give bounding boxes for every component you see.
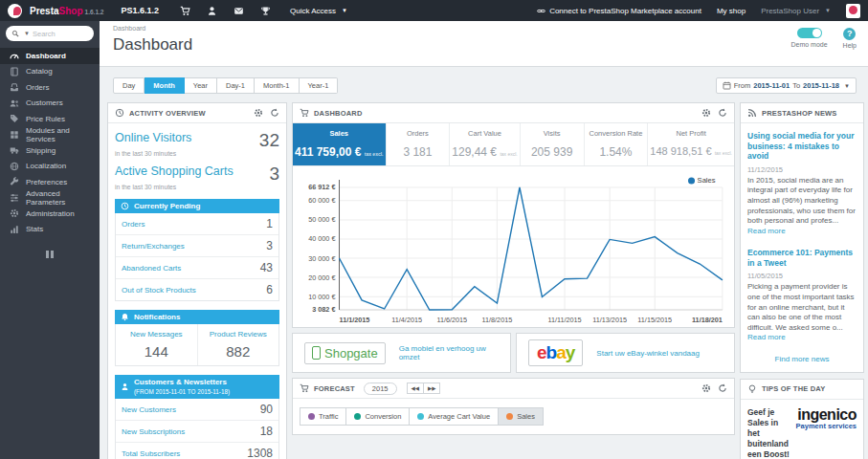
dashboard-panel: DASHBOARD Sales411 759,00 € tax excl. Or… [292, 102, 735, 328]
notifications-grid: New Messages144 Product Reviews882 [115, 324, 279, 366]
version-label: 1.6.1.2 [85, 9, 104, 15]
new-messages-cell[interactable]: New Messages144 [116, 324, 197, 365]
sidebar-item-localization[interactable]: Localization [0, 159, 100, 175]
quick-access-menu[interactable]: Quick Access▼ [290, 7, 347, 15]
news-article: Ecommerce 101: Payments in a Tweet 11/05… [747, 248, 857, 343]
wrench-icon [10, 177, 19, 186]
sidebar-item-stats[interactable]: Stats [0, 222, 100, 238]
user-icon [121, 382, 129, 391]
user-menu[interactable]: PrestaShop User▼ [761, 7, 831, 15]
toggle-sales[interactable]: Sales [499, 407, 544, 426]
active-carts-sub: in the last 30 minutes [115, 184, 279, 190]
sidebar-item-advanced-parameters[interactable]: Advanced Parameters [0, 190, 100, 207]
globe-icon [10, 162, 19, 171]
list-item[interactable]: New Subscriptions18 [116, 421, 278, 443]
range-day-1-button[interactable]: Day-1 [217, 77, 255, 94]
customers-quick-icon[interactable] [207, 6, 217, 16]
sidebar-item-orders[interactable]: Orders [0, 79, 100, 96]
trophy-icon[interactable] [260, 6, 271, 16]
search-input[interactable] [33, 30, 88, 38]
sidebar-search[interactable]: ▼ [6, 26, 94, 41]
help-label: Help [843, 42, 857, 49]
toggle-conversion[interactable]: Conversion [346, 407, 410, 426]
range-year-1-button[interactable]: Year-1 [300, 77, 339, 94]
sliders-icon [10, 193, 19, 203]
svg-text:11/13/2015: 11/13/2015 [592, 316, 627, 324]
find-more-news-link[interactable]: Find more news [775, 355, 830, 363]
kpi-sales[interactable]: Sales411 759,00 € tax excl. [293, 123, 387, 165]
inbox-icon [10, 82, 19, 92]
svg-text:11/11/2015: 11/11/2015 [547, 316, 581, 324]
sales-line-chart: 66 912 €60 000 €50 000 €40 000 €30 000 €… [295, 174, 732, 325]
brand-name: PrestaShop1.6.1.2 [30, 6, 103, 16]
sidebar-item-customers[interactable]: Customers [0, 96, 100, 112]
refresh-icon[interactable] [718, 108, 727, 118]
sidebar-item-catalog[interactable]: Catalog [0, 64, 100, 80]
kpi-orders[interactable]: Orders3 181 [387, 123, 451, 165]
marketplace-connect-link[interactable]: Connect to PrestaShop Marketplace accoun… [537, 7, 701, 15]
active-carts-link[interactable]: Active Shopping Carts [115, 164, 234, 178]
sidebar-item-preferences[interactable]: Preferences [0, 174, 100, 190]
gear-icon[interactable] [701, 383, 711, 393]
range-month-button[interactable]: Month [145, 77, 185, 94]
demo-mode-toggle[interactable] [797, 28, 822, 38]
news-article-title[interactable]: Using social media for your business: 4 … [747, 131, 857, 162]
next-year-button[interactable]: ▶▶ [424, 382, 440, 394]
list-item[interactable]: Total Subscribers1308 [116, 443, 278, 459]
online-visitors-sub: in the last 30 minutes [115, 150, 279, 157]
list-item[interactable]: Out of Stock Products6 [116, 279, 278, 300]
customers-newsletters-header: Customers & Newsletters(FROM 2015-11-01 … [115, 375, 279, 399]
read-more-link[interactable]: Read more [747, 227, 786, 235]
toggle-average-cart-value[interactable]: Average Cart Value [410, 407, 499, 426]
shopgate-link[interactable]: Ga mobiel en verhoog uw omzet [399, 344, 499, 361]
panel-title: DASHBOARD [314, 109, 363, 118]
previous-year-button[interactable]: ◀◀ [407, 382, 424, 394]
news-article-date: 11/12/2015 [747, 165, 857, 174]
news-article-date: 11/05/2015 [747, 272, 857, 280]
my-shop-link[interactable]: My shop [717, 7, 746, 15]
toggle-traffic[interactable]: Traffic [300, 407, 346, 426]
range-year-button[interactable]: Year [185, 77, 217, 94]
forecast-year: 2015 [364, 382, 397, 395]
date-range-picker[interactable]: From2015-11-01 To2015-11-18 ▼ [716, 77, 857, 94]
news-article: Using social media for your business: 4 … [747, 131, 857, 236]
cart-icon [300, 108, 309, 118]
kpi-conversion-rate[interactable]: Conversion Rate1.54% [585, 123, 649, 165]
cart-value-dot-icon [417, 413, 424, 420]
sidebar-item-administration[interactable]: Administration [0, 206, 100, 222]
list-item[interactable]: New Customers90 [116, 399, 278, 421]
messages-icon[interactable] [234, 6, 244, 16]
kpi-net-profit[interactable]: Net Profit148 918,51 € tax excl. [648, 123, 734, 165]
range-month-1-button[interactable]: Month-1 [255, 77, 300, 94]
sidebar-item-price-rules[interactable]: Price Rules [0, 111, 100, 127]
list-item[interactable]: Abandoned Carts43 [116, 257, 278, 279]
calendar-icon [723, 81, 731, 90]
news-article-title[interactable]: Ecommerce 101: Payments in a Tweet [747, 248, 857, 268]
sidebar-item-modules[interactable]: Modules and Services [0, 127, 100, 143]
product-reviews-cell[interactable]: Product Reviews882 [197, 324, 279, 365]
read-more-link[interactable]: Read more [747, 333, 786, 341]
cart-icon[interactable] [180, 6, 190, 16]
refresh-icon[interactable] [270, 108, 279, 118]
refresh-icon[interactable] [718, 383, 727, 393]
help-button[interactable]: ? [843, 28, 856, 40]
kpi-cart-value[interactable]: Cart Value129,44 € tax excl. [450, 123, 520, 165]
kpi-visits[interactable]: Visits205 939 [521, 123, 585, 165]
list-item[interactable]: Return/Exchanges3 [116, 235, 278, 257]
avatar[interactable] [846, 4, 860, 18]
online-visitors-link[interactable]: Online Visitors [115, 131, 191, 144]
gear-icon[interactable] [701, 108, 711, 118]
lightbulb-icon [747, 384, 757, 394]
sidebar-item-shipping[interactable]: Shipping [0, 142, 100, 159]
sidebar-item-dashboard[interactable]: Dashboard [0, 48, 100, 64]
date-to: 2015-11-18 [803, 81, 839, 90]
ebay-logo: ebay [528, 339, 583, 366]
sidebar-collapse-button[interactable] [44, 251, 56, 258]
range-day-button[interactable]: Day [113, 77, 145, 94]
gear-icon[interactable] [254, 108, 263, 118]
search-icon [11, 30, 19, 37]
ebay-link[interactable]: Start uw eBay-winkel vandaag [596, 349, 700, 358]
list-item[interactable]: Orders1 [116, 213, 278, 235]
svg-text:40 000 €: 40 000 € [308, 235, 335, 244]
panel-title: PRESTASHOP NEWS [762, 109, 837, 118]
